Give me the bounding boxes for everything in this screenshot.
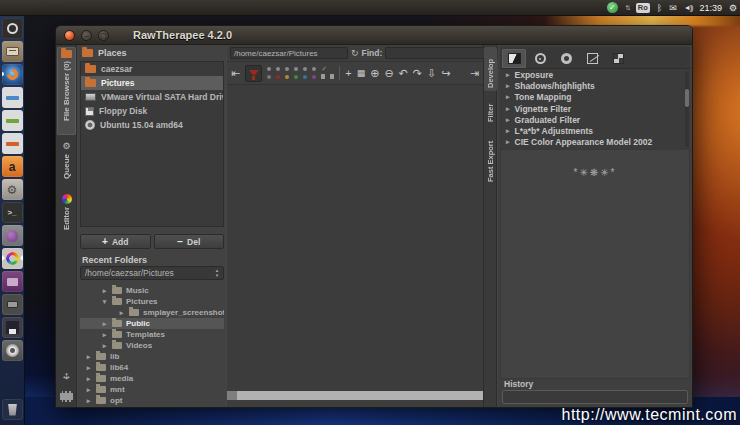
tab-fast-export[interactable]: Fast Export — [484, 131, 497, 185]
launcher-item-libreoffice-calc[interactable] — [2, 110, 23, 131]
tab-develop[interactable]: Develop — [484, 47, 497, 91]
launcher-item-optical-disc[interactable] — [2, 340, 23, 361]
software-mascot-icon — [6, 230, 18, 242]
tool-tab-raw[interactable] — [606, 49, 630, 68]
expander-tone-mapping[interactable]: ▸Tone Mapping — [500, 92, 690, 103]
horizontal-scrollbar[interactable] — [227, 391, 483, 400]
del-place-button[interactable]: −Del — [154, 234, 225, 249]
places-item-caezsar[interactable]: caezsar — [81, 62, 223, 76]
tree-item-pictures[interactable]: ▾Pictures — [80, 296, 224, 307]
detail-tab-icon — [535, 53, 546, 64]
tool-tab-transform[interactable] — [580, 49, 604, 68]
scrollbar-thumb — [685, 89, 689, 107]
collapse-left-panel-icon[interactable]: ⇤ — [231, 67, 240, 79]
tool-tab-color[interactable] — [554, 49, 578, 68]
tab-file-browser[interactable]: File Browser (0) — [57, 47, 76, 135]
desktop: ✓ ↑↓ Ro ᛒ ✉ ◄)) 21:39 ⚙ a ⚙ >_ – — [0, 0, 740, 425]
thumbnail-area[interactable] — [227, 85, 483, 391]
places-item-vmware-drive[interactable]: VMware Virtual SATA Hard Drive — [81, 90, 223, 104]
recent-folders-dropdown[interactable]: /home/caezsar/Pictures ▴▾ — [80, 266, 224, 280]
zoom-plus-icon[interactable]: + — [345, 67, 351, 79]
tool-category-tabs — [500, 47, 690, 69]
zoom-out-icon[interactable]: ⊖ — [384, 67, 393, 79]
launcher-item-ubuntu-dash[interactable] — [2, 18, 23, 39]
folder-icon — [96, 397, 106, 404]
places-item-floppy[interactable]: Floppy Disk — [81, 104, 223, 118]
folder-icon — [112, 342, 122, 349]
launcher-item-system-settings[interactable]: ⚙ — [2, 179, 23, 200]
zoom-in-icon[interactable]: ⊕ — [370, 67, 379, 79]
tree-item-videos[interactable]: ▸Videos — [80, 340, 224, 351]
volume-icon[interactable]: ◄)) — [684, 4, 693, 11]
window-close-button[interactable] — [64, 30, 75, 41]
thumbnail-size-icon[interactable]: ▦ — [357, 67, 366, 79]
window-maximize-button[interactable]: ▢ — [98, 30, 109, 41]
expander-graduated-filter[interactable]: ▸Graduated Filter — [500, 114, 690, 125]
tree-item-media[interactable]: ▸media — [80, 373, 224, 384]
tree-item-public[interactable]: ▸Public — [80, 318, 224, 329]
undo-icon[interactable]: ↶ — [399, 67, 408, 79]
launcher-item-purple-app[interactable] — [2, 271, 23, 292]
expander-cie-cam-2002[interactable]: ▸CIE Color Appearance Model 2002 — [500, 137, 690, 148]
jump-icon[interactable]: ↪ — [441, 67, 450, 79]
add-place-button[interactable]: +Add — [80, 234, 151, 249]
filmstrip-toggle-icon[interactable] — [60, 391, 73, 402]
launcher-item-firefox[interactable] — [2, 64, 23, 85]
clock[interactable]: 21:39 — [699, 3, 722, 13]
session-gear-icon[interactable]: ⚙ — [729, 3, 737, 13]
tree-item-lib64[interactable]: ▸lib64 — [80, 362, 224, 373]
redo-icon[interactable]: ↷ — [413, 67, 422, 79]
edited-check-icon: ✓ — [321, 67, 327, 71]
launcher-item-rawtherapee[interactable] — [2, 248, 23, 269]
launcher-item-software-mascot[interactable] — [2, 225, 23, 246]
refresh-icon[interactable]: ↻ — [351, 48, 359, 58]
floppy-drive-icon — [6, 321, 19, 334]
collapse-right-panel-icon[interactable]: ⇥ — [470, 67, 479, 79]
launcher-item-trash[interactable] — [2, 399, 23, 420]
color-wheel-icon — [62, 194, 72, 204]
launcher-item-libreoffice-impress[interactable] — [2, 133, 23, 154]
tree-item-mnt[interactable]: ▸mnt — [80, 384, 224, 395]
tool-tab-exposure[interactable] — [502, 49, 526, 68]
file-browser-panel: ↻ Find: × ⇤ ✓ + ▦ ⊕ ⊖ ↶ ↷ ⇩ ↪ — [227, 45, 484, 407]
window-minimize-button[interactable]: – — [81, 30, 92, 41]
tree-item-smplayer-screenshots[interactable]: ▸smplayer_screenshots — [80, 307, 224, 318]
window-titlebar[interactable]: – ▢ RawTherapee 4.2.0 — [56, 26, 692, 45]
launcher-item-terminal[interactable]: >_ — [2, 202, 23, 223]
tree-item-music[interactable]: ▸Music — [80, 285, 224, 296]
tools-scrollbar[interactable] — [685, 71, 689, 147]
bluetooth-icon[interactable]: ᛒ — [657, 3, 662, 13]
places-item-pictures[interactable]: Pictures — [81, 76, 223, 90]
history-list[interactable] — [502, 390, 688, 404]
launcher-item-libreoffice-writer[interactable] — [2, 87, 23, 108]
tab-filter[interactable]: Filter — [484, 97, 497, 125]
launcher-item-screenshot-tool[interactable] — [2, 294, 23, 315]
launcher-item-file-manager[interactable] — [2, 41, 23, 62]
places-item-ubuntu-iso[interactable]: Ubuntu 15.04 amd64 — [81, 118, 223, 132]
rating-color-filter-grid[interactable]: ✓ — [267, 67, 334, 79]
updates-ok-icon[interactable]: ✓ — [607, 2, 618, 13]
tree-item-lib[interactable]: ▸lib — [80, 351, 224, 362]
tree-item-opt[interactable]: ▸opt — [80, 395, 224, 405]
tab-editor[interactable]: Editor — [57, 191, 76, 235]
path-input[interactable] — [230, 47, 348, 59]
launcher-item-amazon[interactable]: a — [2, 156, 23, 177]
tree-item-templates[interactable]: ▸Templates — [80, 329, 224, 340]
tab-queue[interactable]: ⚙ Queue — [57, 139, 76, 187]
expander-shadows-highlights[interactable]: ▸Shadows/highlights — [500, 80, 690, 91]
launcher-item-floppy-drive[interactable] — [2, 317, 23, 338]
tool-expander-list: ▸Exposure ▸Shadows/highlights ▸Tone Mapp… — [500, 69, 690, 149]
pan-crosshair-icon[interactable]: ↔↕ — [59, 368, 74, 383]
open-in-editor-icon[interactable]: ⇩ — [427, 67, 436, 79]
floppy-icon — [85, 107, 94, 116]
filter-toggle-button[interactable] — [245, 65, 262, 82]
keyboard-layout-indicator[interactable]: Ro — [636, 3, 650, 13]
expander-lab-adjustments[interactable]: ▸L*a*b* Adjustments — [500, 125, 690, 136]
tool-tab-detail[interactable] — [528, 49, 552, 68]
folder-icon — [96, 375, 106, 382]
network-arrows-icon[interactable]: ↑↓ — [625, 3, 629, 12]
expander-exposure[interactable]: ▸Exposure — [500, 69, 690, 80]
file-manager-icon — [6, 47, 19, 56]
mail-icon[interactable]: ✉ — [669, 3, 677, 13]
expander-vignette-filter[interactable]: ▸Vignette Filter — [500, 103, 690, 114]
